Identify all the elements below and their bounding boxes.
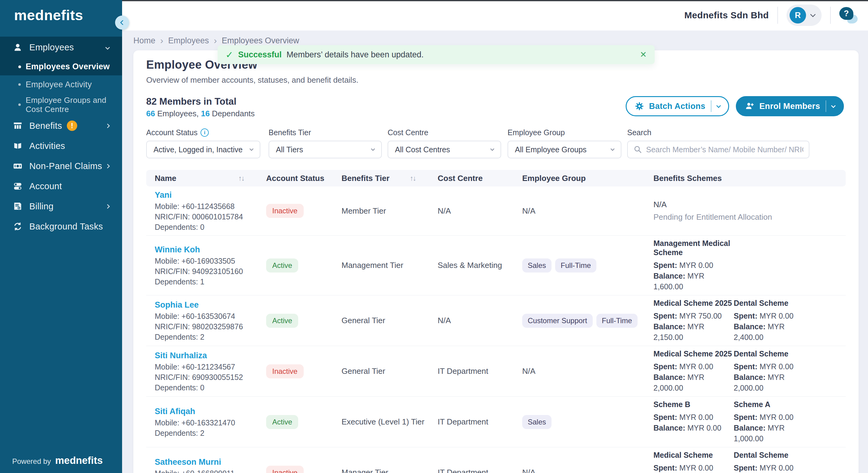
benefits-icon [11,120,24,131]
member-name-link[interactable]: Siti Nurhaliza [155,350,257,361]
table-row[interactable]: Satheeson MurniMobile: +60-166809911Depe… [146,447,846,473]
benefits-schemes-cell: Medical SchemeSpent: MYR 0.00Balance: MY… [645,450,846,473]
sidebar-item-employees[interactable]: Employees [0,37,122,58]
benefits-tier-cell: Management Tier [333,261,429,270]
enrol-members-label: Enrol Members [760,102,820,111]
member-detail: Dependents: 0 [155,382,257,393]
status-badge: Inactive [266,466,304,473]
member-detail: Mobile: +60-163530674 [155,311,257,321]
employee-group-text: N/A [522,367,645,376]
sidebar-item-account[interactable]: Account [0,176,122,196]
employee-group-cell: N/A [514,206,645,216]
sidebar-collapse-button[interactable] [115,15,129,30]
gear-icon [634,101,644,111]
close-icon[interactable]: ✕ [640,50,647,60]
sort-arrows-icon[interactable]: ↑↓ [238,174,244,183]
employee-group-text: N/A [522,206,645,216]
scheme-name: Scheme B [653,400,734,409]
table-row[interactable]: Siti NurhalizaMobile: +60-121234567NRIC/… [146,346,846,397]
member-detail: Dependents: 0 [155,222,257,232]
member-cell: Siti AfiqahMobile: +60-163321470Dependen… [146,406,257,438]
scheme-spent: Spent: MYR 0.00 [734,463,814,473]
scheme-block: Scheme BSpent: MYR 0.00Balance: MYR 0.00 [653,400,734,433]
sidebar: mednefits Employees Employees Overview E… [0,0,122,473]
sidebar-item-benefits[interactable]: Benefits ! [0,116,122,136]
sidebar-item-label: Employees [29,42,74,53]
member-name-link[interactable]: Satheeson Murni [155,456,257,468]
app-root: Mednefits Sdn Bhd R ? mednefits Employe [0,0,868,473]
sidebar-item-employee-activity[interactable]: Employee Activity [0,75,122,94]
table-row[interactable]: Winnie KohMobile: +60-169033505NRIC/FIN:… [146,235,846,295]
member-cell: YaniMobile: +60-112435668NRIC/FIN: 00060… [146,190,257,232]
table-row[interactable]: Sophia LeeMobile: +60-163530674NRIC/FIN:… [146,295,846,346]
scheme-name: Medical Scheme 2025 [653,349,734,358]
batch-actions-button[interactable]: Batch Actions [626,96,729,116]
members-counts: 66 Employees, 16 Dependants [146,109,255,118]
employee-group-tag: Full-Time [596,314,638,328]
sidebar-item-label: Account [29,181,62,191]
avatar[interactable]: R [789,7,806,24]
account-icon [11,181,24,192]
sort-arrows-icon[interactable]: ↑↓ [410,174,416,183]
search-input[interactable] [646,145,803,154]
dependants-count-label: Dependants [210,109,254,118]
bullet-icon [18,65,21,68]
table-row[interactable]: Siti AfiqahMobile: +60-163321470Dependen… [146,397,846,447]
account-status-cell: Active [257,415,333,429]
member-name-link[interactable]: Siti Afiqah [155,406,257,417]
status-badge: Active [266,415,298,429]
employee-group-text: N/A [522,468,645,473]
member-detail: Mobile: +60-166809911 [155,468,257,473]
scheme-balance: Balance: MYR 1,000.00 [734,423,814,444]
toast-message: Members’ details have been updated. [287,50,424,60]
sidebar-item-label: Background Tasks [29,222,103,232]
user-menu[interactable]: R [786,5,822,26]
member-name-link[interactable]: Winnie Koh [155,244,257,255]
sidebar-item-employee-groups-cost-centre[interactable]: Employee Groups and Cost Centre [0,94,122,116]
member-name-link[interactable]: Yani [155,190,257,200]
scheme-spent: Spent: MYR 0.00 [653,260,734,271]
sidebar-item-non-panel-claims[interactable]: Non-Panel Claims [0,156,122,176]
scheme-balance: Balance: MYR 2,000.00 [653,372,734,393]
scheme-name: Medical Scheme 2025 [653,298,734,308]
breadcrumb-home[interactable]: Home [133,36,155,45]
page-actions: Batch Actions Enrol Members [626,96,844,116]
cost-centre-cell: N/A [429,206,514,216]
scheme-note: Pending for Entitlement Allocation [653,212,772,222]
breadcrumb-separator-icon: › [214,35,217,46]
bullet-icon [18,83,21,86]
sidebar-item-label: Non-Panel Claims [29,161,102,171]
breadcrumb: Home › Employees › Employees Overview [133,35,299,46]
scheme-spent: Spent: MYR 0.00 [734,311,814,321]
sidebar-item-billing[interactable]: $ Billing [0,196,122,216]
sidebar-item-activities[interactable]: Activities [0,136,122,156]
table-row[interactable]: YaniMobile: +60-112435668NRIC/FIN: 00060… [146,186,846,235]
member-detail: Dependents: 2 [155,428,257,438]
sidebar-item-label: Employee Groups and Cost Centre [26,96,116,114]
enrol-members-button[interactable]: Enrol Members [736,96,844,116]
cost-centre-select[interactable]: All Cost Centres [388,141,501,158]
help-button[interactable]: ? [839,6,858,24]
powered-by-logo: mednefits [55,455,103,466]
employees-nav-group: Employees Employees Overview [0,37,122,75]
filter-account-status: Account Status i Active, Logged in, Inac… [146,128,260,158]
scheme-name: Management Medical Scheme [653,239,734,257]
benefits-tier-select[interactable]: All Tiers [269,141,382,158]
benefits-schemes-cell: Scheme BSpent: MYR 0.00Balance: MYR 0.00… [645,400,846,444]
employee-group-select[interactable]: All Employee Groups [507,141,621,158]
sidebar-item-employees-overview[interactable]: Employees Overview [0,58,122,75]
info-icon[interactable]: i [200,128,209,137]
account-status-select[interactable]: Active, Logged in, Inactive [146,141,260,158]
chevron-right-icon [105,123,110,128]
page-subtitle: Overview of member accounts, statuses, a… [146,75,358,85]
scheme-balance: Balance: MYR 1,600.00 [653,271,734,292]
scheme-spent: Spent: MYR 0.00 [734,412,814,423]
breadcrumb-employees[interactable]: Employees [168,36,209,45]
member-name-link[interactable]: Sophia Lee [155,299,257,310]
activities-icon [11,140,24,151]
scheme-spent: Spent: MYR 0.00 [653,463,734,473]
sidebar-item-background-tasks[interactable]: Background Tasks [0,216,122,236]
chevron-right-icon [105,204,110,209]
search-box [627,141,809,158]
scheme-na-block: N/APending for Entitlement Allocation [653,200,772,222]
